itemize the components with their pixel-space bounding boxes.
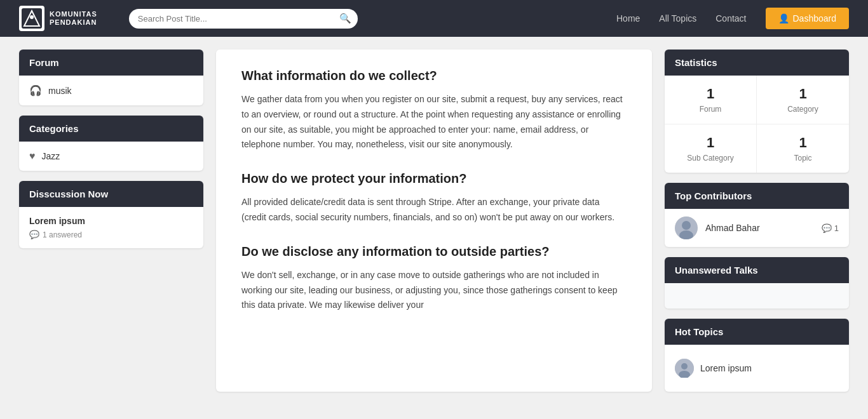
stat-subcategory-label: Sub Category [675, 154, 746, 163]
nav-all-topics[interactable]: All Topics [659, 13, 696, 23]
svg-point-7 [681, 363, 688, 369]
brand-logo[interactable]: KOMUNITAS PENDAKIAN [19, 6, 97, 31]
content-section-2: How do we protect your information? All … [241, 171, 627, 225]
right-sidebar: Statistics 1 Forum 1 Category 1 Sub Cate… [665, 50, 849, 392]
stat-subcategory-number: 1 [675, 135, 746, 151]
sidebar-item-jazz[interactable]: ♥ Jazz [19, 142, 203, 171]
search-input[interactable] [129, 9, 358, 29]
unanswered-body [665, 283, 849, 309]
contributor-count: 💬 1 [822, 223, 839, 233]
stat-category-number: 1 [767, 86, 839, 102]
stat-topic-number: 1 [767, 135, 839, 151]
navbar: KOMUNITAS PENDAKIAN 🔍 Home All Topics Co… [0, 0, 868, 37]
page-container: Forum 🎧 musik Categories ♥ Jazz Disscuss… [0, 37, 868, 404]
headphone-icon: 🎧 [29, 84, 42, 96]
user-icon: 👤 [778, 13, 789, 23]
contributor-avatar [675, 216, 698, 239]
stat-forum-number: 1 [675, 86, 746, 102]
stats-grid: 1 Forum 1 Category 1 Sub Category 1 Topi… [665, 76, 849, 173]
hot-topics-header: Hot Topics [665, 319, 849, 345]
statistics-section: Statistics 1 Forum 1 Category 1 Sub Cate… [665, 50, 849, 173]
contributor-count-value: 1 [834, 223, 839, 233]
section-3-body: We don't sell, exchange, or in any case … [241, 268, 627, 313]
statistics-header: Statistics [665, 50, 849, 76]
brand-name: KOMUNITAS PENDAKIAN [50, 10, 97, 27]
discussion-item[interactable]: Lorem ipsum 💬 1 answered [19, 207, 203, 248]
left-sidebar: Forum 🎧 musik Categories ♥ Jazz Disscuss… [19, 50, 203, 392]
section-1-heading: What information do we collect? [241, 69, 627, 83]
forum-section: Forum 🎧 musik [19, 50, 203, 105]
stat-category: 1 Category [757, 76, 849, 124]
stat-category-label: Category [767, 105, 839, 114]
forum-header: Forum [19, 50, 203, 76]
discussion-answered: 1 answered [43, 230, 82, 239]
hot-topics-section: Hot Topics Lorem ipsum [665, 319, 849, 392]
stat-forum: 1 Forum [665, 76, 757, 124]
categories-section: Categories ♥ Jazz [19, 116, 203, 171]
categories-header: Categories [19, 116, 203, 142]
search-container: 🔍 [129, 9, 358, 29]
section-1-body: We gather data from you when you registe… [241, 92, 627, 152]
section-2-heading: How do we protect your information? [241, 171, 627, 186]
unanswered-header: Unanswered Talks [665, 257, 849, 283]
heart-icon: ♥ [29, 150, 36, 162]
top-contributors-section: Top Contributors Ahmad Bahar 💬 1 [665, 183, 849, 247]
forum-item-label: musik [48, 86, 72, 96]
contributor-name: Ahmad Bahar [705, 223, 814, 233]
hot-topic-item[interactable]: Lorem ipsum [675, 355, 839, 382]
content-section-1: What information do we collect? We gathe… [241, 69, 627, 152]
discussion-section: Disscussion Now Lorem ipsum 💬 1 answered [19, 181, 203, 248]
main-content: What information do we collect? We gathe… [216, 50, 652, 392]
top-contributors-header: Top Contributors [665, 183, 849, 209]
stat-topic-label: Topic [767, 154, 839, 163]
search-icon[interactable]: 🔍 [339, 13, 351, 24]
discussion-header: Disscussion Now [19, 181, 203, 207]
nav-links: Home All Topics Contact 👤 Dashboard [616, 8, 849, 29]
brand-icon [19, 6, 44, 31]
contributor-item[interactable]: Ahmad Bahar 💬 1 [665, 209, 849, 247]
nav-contact[interactable]: Contact [715, 13, 746, 23]
stat-subcategory: 1 Sub Category [665, 124, 757, 173]
svg-point-4 [682, 221, 691, 230]
section-2-body: All provided delicate/credit data is sen… [241, 195, 627, 225]
chat-icon: 💬 [822, 223, 832, 233]
discussion-title: Lorem ipsum [29, 216, 193, 226]
dashboard-label: Dashboard [793, 13, 837, 23]
stat-forum-label: Forum [675, 105, 746, 114]
category-item-label: Jazz [42, 151, 60, 161]
svg-point-2 [30, 15, 34, 19]
hot-topics-body: Lorem ipsum [665, 345, 849, 392]
nav-home[interactable]: Home [616, 13, 640, 23]
dashboard-button[interactable]: 👤 Dashboard [766, 8, 850, 29]
content-section-3: Do we disclose any information to outsid… [241, 244, 627, 313]
hot-topic-title: Lorem ipsum [700, 363, 752, 373]
section-3-heading: Do we disclose any information to outsid… [241, 244, 627, 259]
sidebar-item-musik[interactable]: 🎧 musik [19, 76, 203, 105]
hot-topic-avatar [675, 359, 694, 378]
unanswered-section: Unanswered Talks [665, 257, 849, 309]
discussion-meta: 💬 1 answered [29, 230, 193, 239]
comment-icon: 💬 [29, 230, 39, 239]
stat-topic: 1 Topic [757, 124, 849, 173]
